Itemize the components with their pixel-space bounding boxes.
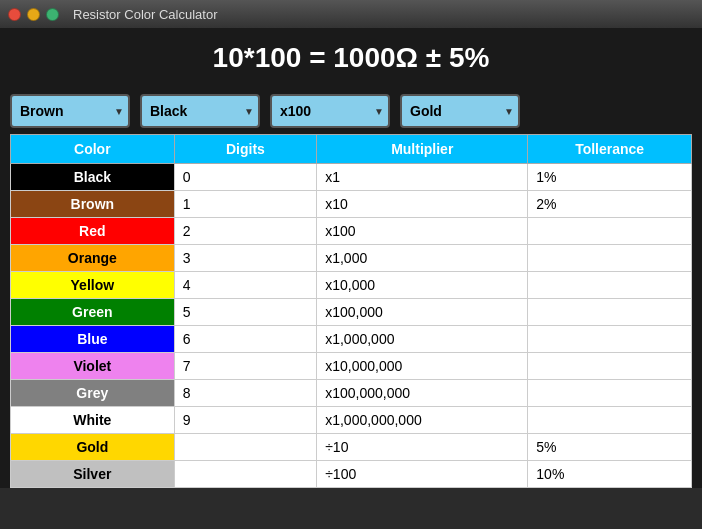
color-cell-silver: Silver: [11, 461, 175, 488]
band1-dropdown[interactable]: BlackBrownRedOrangeYellowGreenBlueViolet…: [10, 94, 130, 128]
minimize-button[interactable]: [27, 8, 40, 21]
header-multiplier: Multiplier: [317, 135, 528, 164]
table-header-row: Color Digits Multiplier Tollerance: [11, 135, 692, 164]
band1-wrapper: BlackBrownRedOrangeYellowGreenBlueViolet…: [10, 94, 130, 128]
header-digits: Digits: [174, 135, 317, 164]
multiplier-wrapper: x1x10x100x1,000x10,000x100,000x1,000,000…: [270, 94, 390, 128]
table-row: White9x1,000,000,000: [11, 407, 692, 434]
color-cell-gold: Gold: [11, 434, 175, 461]
digit-cell: 7: [174, 353, 317, 380]
digit-cell: 2: [174, 218, 317, 245]
multiplier-cell: x100,000: [317, 299, 528, 326]
tolerance-cell: 1%: [528, 164, 692, 191]
color-cell-yellow: Yellow: [11, 272, 175, 299]
table-row: Brown1x102%: [11, 191, 692, 218]
multiplier-cell: ÷10: [317, 434, 528, 461]
tolerance-cell: 10%: [528, 461, 692, 488]
color-cell-white: White: [11, 407, 175, 434]
tolerance-cell: 2%: [528, 191, 692, 218]
multiplier-cell: x10: [317, 191, 528, 218]
table-container: Color Digits Multiplier Tollerance Black…: [10, 134, 692, 488]
multiplier-cell: x1: [317, 164, 528, 191]
digit-cell: 9: [174, 407, 317, 434]
digit-cell: [174, 434, 317, 461]
multiplier-cell: x10,000,000: [317, 353, 528, 380]
formula-display: 10*100 = 1000Ω ± 5%: [213, 42, 490, 73]
multiplier-cell: x10,000: [317, 272, 528, 299]
digit-cell: 0: [174, 164, 317, 191]
digit-cell: [174, 461, 317, 488]
tolerance-cell: 5%: [528, 434, 692, 461]
color-cell-grey: Grey: [11, 380, 175, 407]
maximize-button[interactable]: [46, 8, 59, 21]
tolerance-cell: [528, 272, 692, 299]
table-row: Gold÷105%: [11, 434, 692, 461]
tolerance-cell: [528, 326, 692, 353]
multiplier-cell: x1,000: [317, 245, 528, 272]
digit-cell: 8: [174, 380, 317, 407]
tolerance-cell: [528, 380, 692, 407]
tolerance-cell: [528, 353, 692, 380]
close-button[interactable]: [8, 8, 21, 21]
digit-cell: 3: [174, 245, 317, 272]
multiplier-cell: x100,000,000: [317, 380, 528, 407]
table-row: Black0x11%: [11, 164, 692, 191]
table-row: Yellow4x10,000: [11, 272, 692, 299]
digit-cell: 6: [174, 326, 317, 353]
table-row: Orange3x1,000: [11, 245, 692, 272]
color-cell-green: Green: [11, 299, 175, 326]
table-row: Blue6x1,000,000: [11, 326, 692, 353]
main-content: 10*100 = 1000Ω ± 5% BlackBrownRedOrangeY…: [0, 28, 702, 488]
tolerance-cell: [528, 407, 692, 434]
table-row: Grey8x100,000,000: [11, 380, 692, 407]
table-row: Red2x100: [11, 218, 692, 245]
color-cell-black: Black: [11, 164, 175, 191]
dropdowns-row: BlackBrownRedOrangeYellowGreenBlueViolet…: [0, 88, 702, 134]
multiplier-cell: x1,000,000,000: [317, 407, 528, 434]
digit-cell: 5: [174, 299, 317, 326]
tolerance-dropdown[interactable]: GoldSilverNoneBrownRedGreenBlueVioletGre…: [400, 94, 520, 128]
formula-bar: 10*100 = 1000Ω ± 5%: [0, 28, 702, 88]
multiplier-cell: x1,000,000: [317, 326, 528, 353]
band2-wrapper: BlackBrownRedOrangeYellowGreenBlueViolet…: [140, 94, 260, 128]
multiplier-cell: ÷100: [317, 461, 528, 488]
color-table: Color Digits Multiplier Tollerance Black…: [10, 134, 692, 488]
table-row: Violet7x10,000,000: [11, 353, 692, 380]
window-title: Resistor Color Calculator: [73, 7, 218, 22]
table-body: Black0x11%Brown1x102%Red2x100Orange3x1,0…: [11, 164, 692, 488]
header-tolerance: Tollerance: [528, 135, 692, 164]
digit-cell: 1: [174, 191, 317, 218]
tolerance-wrapper: GoldSilverNoneBrownRedGreenBlueVioletGre…: [400, 94, 520, 128]
titlebar: Resistor Color Calculator: [0, 0, 702, 28]
color-cell-violet: Violet: [11, 353, 175, 380]
color-cell-brown: Brown: [11, 191, 175, 218]
table-row: Silver÷10010%: [11, 461, 692, 488]
digit-cell: 4: [174, 272, 317, 299]
color-cell-orange: Orange: [11, 245, 175, 272]
tolerance-cell: [528, 299, 692, 326]
multiplier-dropdown[interactable]: x1x10x100x1,000x10,000x100,000x1,000,000…: [270, 94, 390, 128]
color-cell-red: Red: [11, 218, 175, 245]
table-row: Green5x100,000: [11, 299, 692, 326]
header-color: Color: [11, 135, 175, 164]
color-cell-blue: Blue: [11, 326, 175, 353]
tolerance-cell: [528, 245, 692, 272]
band2-dropdown[interactable]: BlackBrownRedOrangeYellowGreenBlueViolet…: [140, 94, 260, 128]
tolerance-cell: [528, 218, 692, 245]
multiplier-cell: x100: [317, 218, 528, 245]
